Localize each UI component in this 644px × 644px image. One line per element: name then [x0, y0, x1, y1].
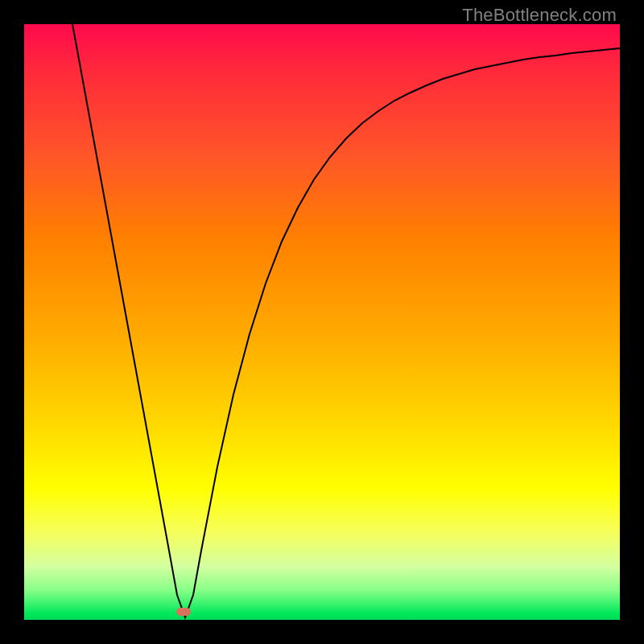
curve-path	[72, 24, 620, 617]
minimum-marker	[176, 608, 191, 616]
plot-area	[24, 24, 620, 620]
watermark-text: TheBottleneck.com	[462, 5, 617, 26]
bottleneck-curve	[24, 24, 620, 620]
chart-frame: TheBottleneck.com	[0, 0, 644, 644]
